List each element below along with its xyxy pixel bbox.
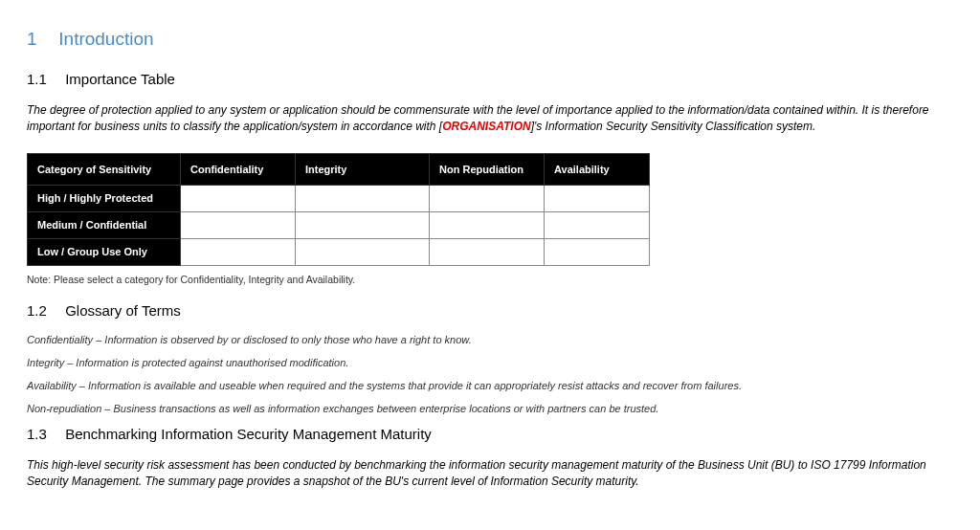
importance-note: Note: Please select a category for Confi… <box>27 274 953 285</box>
organisation-placeholder: ORGANISATION <box>442 120 530 133</box>
table-row: Medium / Confidential <box>28 211 650 238</box>
row-label-low: Low / Group Use Only <box>28 238 181 265</box>
subsection-heading-importance-table: 1.1 Importance Table <box>27 71 953 87</box>
subsection-number: 1.3 <box>27 426 61 442</box>
subsection-number: 1.1 <box>27 71 61 87</box>
glossary-integrity: Integrity – Information is protected aga… <box>27 357 953 368</box>
table-row: High / Highly Protected <box>28 185 650 211</box>
table-cell <box>430 185 545 211</box>
table-header-category: Category of Sensitivity <box>28 153 181 185</box>
table-cell <box>296 238 430 265</box>
glossary-availability: Availability – Information is available … <box>27 380 953 391</box>
section-number: 1 <box>27 29 54 50</box>
table-cell <box>296 211 430 238</box>
table-row: Low / Group Use Only <box>28 238 650 265</box>
subsection-title: Glossary of Terms <box>65 302 181 319</box>
table-cell <box>430 238 545 265</box>
table-header-integrity: Integrity <box>296 153 430 185</box>
table-cell <box>181 238 296 265</box>
subsection-title: Benchmarking Information Security Manage… <box>65 426 432 442</box>
glossary-confidentiality: Confidentiality – Information is observe… <box>27 334 953 345</box>
table-cell <box>545 211 650 238</box>
importance-table: Category of Sensitivity Confidentiality … <box>27 153 650 266</box>
glossary-nonrepudiation: Non-repudiation – Business transactions … <box>27 403 953 414</box>
table-cell <box>181 185 296 211</box>
subsection-number: 1.2 <box>27 302 61 319</box>
benchmarking-paragraph: This high-level security risk assessment… <box>27 457 953 491</box>
table-cell <box>545 238 650 265</box>
subsection-heading-glossary: 1.2 Glossary of Terms <box>27 302 953 319</box>
table-header-confidentiality: Confidentiality <box>181 153 296 185</box>
importance-intro-paragraph: The degree of protection applied to any … <box>27 102 953 136</box>
row-label-high: High / Highly Protected <box>28 185 181 211</box>
section-title: Introduction <box>58 29 153 49</box>
section-heading-introduction: 1 Introduction <box>27 29 953 50</box>
table-header-row: Category of Sensitivity Confidentiality … <box>28 153 650 185</box>
table-header-nonrepudiation: Non Repudiation <box>430 153 545 185</box>
table-cell <box>430 211 545 238</box>
intro-text-post: ]'s Information Security Sensitivity Cla… <box>531 120 816 133</box>
subsection-title: Importance Table <box>65 71 175 87</box>
table-cell <box>181 211 296 238</box>
table-cell <box>296 185 430 211</box>
subsection-heading-benchmarking: 1.3 Benchmarking Information Security Ma… <box>27 426 953 442</box>
row-label-medium: Medium / Confidential <box>28 211 181 238</box>
table-header-availability: Availability <box>545 153 650 185</box>
table-cell <box>545 185 650 211</box>
